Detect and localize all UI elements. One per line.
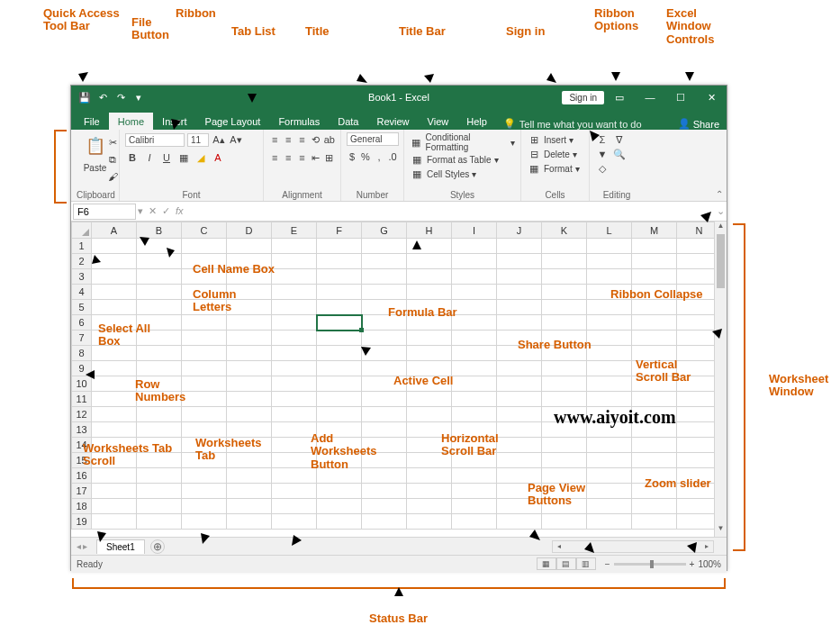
font-name-select[interactable]: Calibri xyxy=(125,133,185,147)
tab-view[interactable]: View xyxy=(419,113,458,130)
cell[interactable] xyxy=(272,438,317,453)
cell[interactable] xyxy=(587,499,632,514)
cell[interactable] xyxy=(227,499,272,514)
cell[interactable] xyxy=(317,514,362,530)
align-left-icon[interactable]: ≡ xyxy=(269,150,280,165)
tell-me-search[interactable]: 💡 Tell me what you want to do xyxy=(503,118,642,130)
cell[interactable] xyxy=(137,499,182,514)
bold-button[interactable]: B xyxy=(125,150,140,165)
enter-formula-icon[interactable]: ✓ xyxy=(162,205,170,217)
cell[interactable] xyxy=(137,422,182,438)
page-break-view-icon[interactable]: ▥ xyxy=(576,557,596,570)
cell[interactable] xyxy=(632,239,677,254)
cell[interactable] xyxy=(362,514,407,530)
cell[interactable] xyxy=(227,484,272,499)
cell[interactable] xyxy=(497,239,542,254)
cell[interactable] xyxy=(587,392,632,407)
cell[interactable] xyxy=(272,453,317,468)
cell[interactable] xyxy=(272,376,317,392)
cell[interactable] xyxy=(182,239,227,254)
cell[interactable] xyxy=(227,422,272,438)
cell[interactable] xyxy=(497,392,542,407)
cell[interactable] xyxy=(452,254,497,269)
tab-help[interactable]: Help xyxy=(457,113,496,130)
tab-insert[interactable]: Insert xyxy=(153,113,196,130)
row-header[interactable]: 1 xyxy=(72,239,92,254)
cell[interactable] xyxy=(497,269,542,285)
merge-icon[interactable]: ⊞ xyxy=(324,150,335,165)
cell[interactable] xyxy=(362,254,407,269)
zoom-in-icon[interactable]: + xyxy=(690,559,695,569)
currency-icon[interactable]: $ xyxy=(347,149,357,164)
cell[interactable] xyxy=(182,346,227,361)
cell[interactable] xyxy=(542,254,587,269)
cell[interactable] xyxy=(632,254,677,269)
column-header[interactable]: A xyxy=(92,222,137,239)
cell[interactable] xyxy=(92,300,137,315)
cell[interactable] xyxy=(92,269,137,285)
row-header[interactable]: 7 xyxy=(72,331,92,346)
align-center-icon[interactable]: ≡ xyxy=(283,150,294,165)
cell[interactable] xyxy=(317,499,362,514)
cell[interactable] xyxy=(182,484,227,499)
cell[interactable] xyxy=(272,269,317,285)
cut-icon[interactable]: ✂ xyxy=(105,135,120,149)
cell[interactable] xyxy=(632,514,677,530)
tab-home[interactable]: Home xyxy=(109,113,153,130)
cell[interactable] xyxy=(227,239,272,254)
cell[interactable] xyxy=(227,392,272,407)
format-painter-icon[interactable]: 🖌 xyxy=(105,169,120,184)
cell[interactable] xyxy=(407,407,452,422)
vscroll-thumb[interactable] xyxy=(717,234,725,288)
align-top-icon[interactable]: ≡ xyxy=(269,132,280,147)
tab-scroll-left-icon[interactable]: ◂ xyxy=(77,541,81,551)
cell[interactable] xyxy=(587,453,632,468)
normal-view-icon[interactable]: ▦ xyxy=(537,557,556,570)
cell[interactable] xyxy=(272,300,317,315)
cell[interactable] xyxy=(272,361,317,376)
row-header[interactable]: 8 xyxy=(72,346,92,361)
cell[interactable] xyxy=(137,254,182,269)
name-box[interactable]: F6 xyxy=(73,204,136,220)
decrease-indent-icon[interactable]: ⇤ xyxy=(311,150,321,165)
cell[interactable] xyxy=(587,438,632,453)
percent-icon[interactable]: % xyxy=(360,149,371,164)
cell[interactable] xyxy=(497,407,542,422)
cell[interactable] xyxy=(542,239,587,254)
cell[interactable] xyxy=(452,407,497,422)
cell[interactable] xyxy=(317,300,362,315)
scroll-left-icon[interactable]: ◂ xyxy=(553,542,565,550)
autosum-icon[interactable]: Σ xyxy=(595,132,610,147)
row-header[interactable]: 19 xyxy=(72,514,92,530)
formula-bar-expand-icon[interactable]: ⌄ xyxy=(714,205,727,217)
cell[interactable] xyxy=(587,484,632,499)
cell[interactable] xyxy=(182,422,227,438)
cell[interactable] xyxy=(182,499,227,514)
cell[interactable] xyxy=(92,285,137,300)
column-header[interactable]: L xyxy=(587,222,632,239)
cell[interactable] xyxy=(227,407,272,422)
ribbon-collapse-icon[interactable]: ⌃ xyxy=(716,189,723,199)
tab-formulas[interactable]: Formulas xyxy=(269,113,329,130)
cell-styles-button[interactable]: ▦Cell Styles▾ xyxy=(410,167,515,181)
cell[interactable] xyxy=(272,254,317,269)
cell[interactable] xyxy=(317,484,362,499)
cell[interactable] xyxy=(407,269,452,285)
cell[interactable] xyxy=(137,269,182,285)
cell[interactable] xyxy=(362,407,407,422)
cell[interactable] xyxy=(137,407,182,422)
cell[interactable] xyxy=(317,315,362,331)
cell[interactable] xyxy=(92,499,137,514)
cell[interactable] xyxy=(407,254,452,269)
cell[interactable] xyxy=(227,376,272,392)
cell[interactable] xyxy=(137,484,182,499)
save-icon[interactable]: 💾 xyxy=(78,91,91,104)
cell[interactable] xyxy=(272,392,317,407)
cell[interactable] xyxy=(542,361,587,376)
cell[interactable] xyxy=(137,285,182,300)
column-header[interactable]: M xyxy=(632,222,677,239)
cell[interactable] xyxy=(497,376,542,392)
row-header[interactable]: 6 xyxy=(72,315,92,331)
zoom-out-icon[interactable]: − xyxy=(605,559,610,569)
cell[interactable] xyxy=(587,346,632,361)
